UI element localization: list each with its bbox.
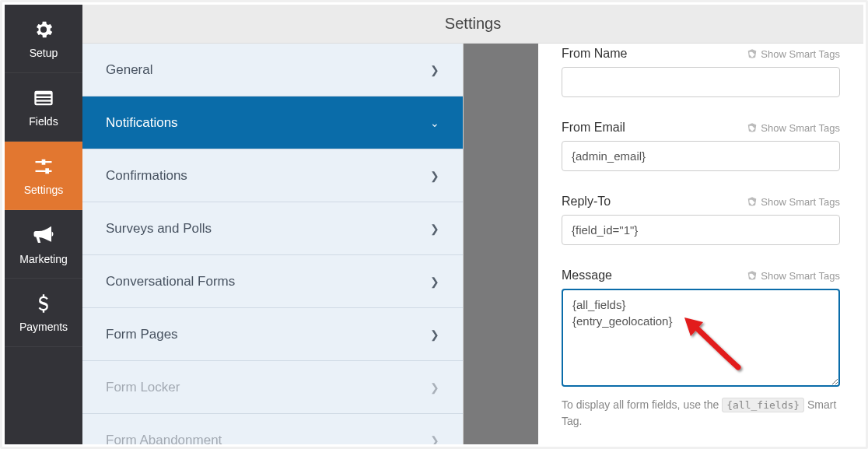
sidebar-item-marketing[interactable]: Marketing xyxy=(5,210,82,279)
smart-tags-label: Show Smart Tags xyxy=(761,48,840,60)
show-smart-tags-link[interactable]: Show Smart Tags xyxy=(747,122,840,134)
sidebar-item-label: Fields xyxy=(29,115,58,128)
menu-item-form-locker[interactable]: Form Locker ❯ xyxy=(82,361,463,414)
smart-tags-label: Show Smart Tags xyxy=(761,196,840,208)
tags-icon xyxy=(747,270,758,281)
message-hint: To display all form fields, use the {all… xyxy=(562,397,840,430)
sidebar-item-settings[interactable]: Settings xyxy=(5,142,82,210)
menu-item-conversational-forms[interactable]: Conversational Forms ❯ xyxy=(82,255,463,308)
menu-item-label: Form Abandonment xyxy=(106,433,222,445)
hint-prefix: To display all form fields, use the xyxy=(562,398,719,411)
tags-icon xyxy=(747,48,758,59)
settings-menu: General ❯ Notifications ⌄ Confirmations … xyxy=(82,5,464,444)
show-smart-tags-link[interactable]: Show Smart Tags xyxy=(747,270,840,282)
menu-item-confirmations[interactable]: Confirmations ❯ xyxy=(82,149,463,202)
sidebar-item-setup[interactable]: Setup xyxy=(5,5,82,73)
menu-item-label: Confirmations xyxy=(106,168,187,184)
message-label: Message xyxy=(562,268,612,282)
page-title: Settings xyxy=(82,5,863,44)
from-name-label: From Name xyxy=(562,47,627,61)
sidebar-item-label: Settings xyxy=(24,184,64,196)
show-smart-tags-link[interactable]: Show Smart Tags xyxy=(747,196,840,208)
chevron-right-icon: ❯ xyxy=(430,434,439,445)
chevron-right-icon: ❯ xyxy=(430,170,439,182)
reply-to-label: Reply-To xyxy=(562,195,611,209)
menu-item-label: Notifications xyxy=(106,115,178,131)
sidebar-item-label: Payments xyxy=(19,321,68,333)
sidebar-item-payments[interactable]: Payments xyxy=(5,279,82,347)
chevron-right-icon: ❯ xyxy=(430,328,439,341)
menu-item-label: Form Locker xyxy=(106,380,180,395)
menu-item-label: Surveys and Polls xyxy=(106,221,212,237)
from-email-label: From Email xyxy=(562,121,625,135)
svg-rect-1 xyxy=(37,94,51,96)
sliders-icon xyxy=(33,156,54,177)
sidebar-item-label: Setup xyxy=(30,47,58,59)
from-email-input[interactable] xyxy=(562,141,840,171)
menu-item-label: Conversational Forms xyxy=(106,274,235,289)
sidebar-item-fields[interactable]: Fields xyxy=(5,73,82,142)
menu-item-label: General xyxy=(106,62,152,78)
menu-item-form-pages[interactable]: Form Pages ❯ xyxy=(82,308,463,361)
sidebar-item-label: Marketing xyxy=(19,253,67,265)
dollar-icon xyxy=(33,293,54,314)
chevron-right-icon: ❯ xyxy=(430,381,439,394)
chevron-right-icon: ❯ xyxy=(430,223,439,235)
menu-item-general[interactable]: General ❯ xyxy=(82,44,463,96)
gear-icon xyxy=(33,19,54,40)
hint-tag: {all_fields} xyxy=(722,398,804,412)
message-textarea[interactable] xyxy=(562,289,840,387)
tags-icon xyxy=(747,196,758,207)
svg-rect-2 xyxy=(37,98,51,100)
smart-tags-label: Show Smart Tags xyxy=(761,122,840,134)
chevron-right-icon: ❯ xyxy=(430,64,439,76)
list-icon xyxy=(33,87,54,109)
chevron-down-icon: ⌄ xyxy=(430,117,439,129)
tags-icon xyxy=(747,122,758,133)
menu-item-notifications[interactable]: Notifications ⌄ xyxy=(82,96,463,149)
smart-tags-label: Show Smart Tags xyxy=(761,270,840,282)
menu-item-form-abandonment[interactable]: Form Abandonment ❯ xyxy=(82,414,463,444)
show-smart-tags-link[interactable]: Show Smart Tags xyxy=(747,48,840,60)
from-name-input[interactable] xyxy=(562,67,840,97)
reply-to-input[interactable] xyxy=(562,215,840,245)
menu-item-surveys-polls[interactable]: Surveys and Polls ❯ xyxy=(82,202,463,255)
menu-item-label: Form Pages xyxy=(106,327,178,342)
bullhorn-icon xyxy=(32,223,55,247)
page-title-text: Settings xyxy=(445,15,501,33)
sidebar: Setup Fields Settings Marketing xyxy=(5,5,82,444)
content-panel: From Name Show Smart Tags From Email Sh xyxy=(538,5,863,444)
chevron-right-icon: ❯ xyxy=(430,275,439,288)
svg-rect-3 xyxy=(37,101,51,103)
canvas-background xyxy=(464,5,538,444)
